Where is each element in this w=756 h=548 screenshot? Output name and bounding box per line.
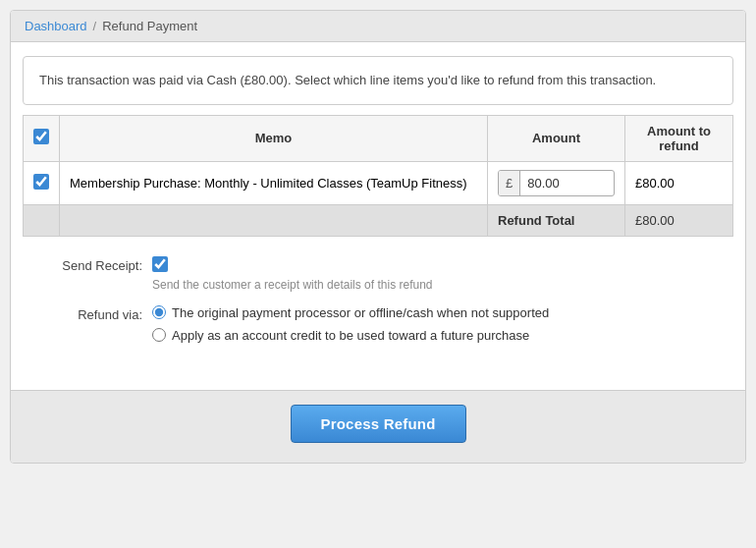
col-check-header <box>24 115 60 161</box>
amount-input-wrapper: £ <box>498 170 615 196</box>
refund-table: Memo Amount Amount to refund Membership … <box>23 115 733 237</box>
amount-input[interactable] <box>520 171 589 195</box>
row-checkbox[interactable] <box>33 174 49 190</box>
radio-original[interactable] <box>152 305 166 319</box>
refund-total-label: Refund Total <box>488 204 625 236</box>
table-header-row: Memo Amount Amount to refund <box>24 115 733 161</box>
row-refund-amount-text: £80.00 <box>635 176 675 191</box>
row-amount-cell: £ <box>488 161 625 204</box>
row-checkbox-cell <box>24 161 60 204</box>
radio-option-credit: Apply as an account credit to be used to… <box>152 328 549 343</box>
radio-credit[interactable] <box>152 328 166 342</box>
button-row: Process Refund <box>11 390 745 463</box>
refund-via-row: Refund via: The original payment process… <box>34 305 722 347</box>
row-memo-text: Membership Purchase: Monthly - Unlimited… <box>70 176 467 191</box>
refund-total-value: £80.00 <box>625 204 733 236</box>
radio-original-label: The original payment processor or offlin… <box>172 305 549 320</box>
form-section: Send Receipt: Send the customer a receip… <box>11 247 745 380</box>
row-memo-cell: Membership Purchase: Monthly - Unlimited… <box>60 161 488 204</box>
send-receipt-row: Send Receipt: Send the customer a receip… <box>34 256 722 292</box>
row-refund-amount-cell: £80.00 <box>625 161 733 204</box>
table-row: Membership Purchase: Monthly - Unlimited… <box>24 161 733 204</box>
select-all-checkbox[interactable] <box>33 129 49 144</box>
col-memo-header: Memo <box>60 115 488 161</box>
process-refund-button[interactable]: Process Refund <box>291 405 466 443</box>
refund-via-content: The original payment processor or offlin… <box>152 305 549 347</box>
send-receipt-checkbox[interactable] <box>152 256 168 272</box>
info-box: This transaction was paid via Cash (£80.… <box>23 56 733 105</box>
send-receipt-hint: Send the customer a receipt with details… <box>152 278 433 292</box>
page-wrapper: Dashboard / Refund Payment This transact… <box>10 10 746 464</box>
footer-empty-memo <box>60 204 488 236</box>
col-amount-header: Amount <box>488 115 625 161</box>
radio-option-original: The original payment processor or offlin… <box>152 305 549 320</box>
col-amount-to-refund-header: Amount to refund <box>625 115 733 161</box>
breadcrumb-separator: / <box>93 19 97 33</box>
refund-via-label: Refund via: <box>34 305 142 322</box>
breadcrumb-dashboard-link[interactable]: Dashboard <box>25 19 87 33</box>
info-box-message: This transaction was paid via Cash (£80.… <box>39 73 656 87</box>
footer-empty-check <box>24 204 60 236</box>
table-footer-row: Refund Total £80.00 <box>24 204 733 236</box>
currency-symbol: £ <box>499 171 520 195</box>
radio-credit-label: Apply as an account credit to be used to… <box>172 328 529 343</box>
breadcrumb: Dashboard / Refund Payment <box>11 11 745 42</box>
send-receipt-content: Send the customer a receipt with details… <box>152 256 433 292</box>
send-receipt-label: Send Receipt: <box>34 256 142 273</box>
breadcrumb-current: Refund Payment <box>102 19 197 33</box>
